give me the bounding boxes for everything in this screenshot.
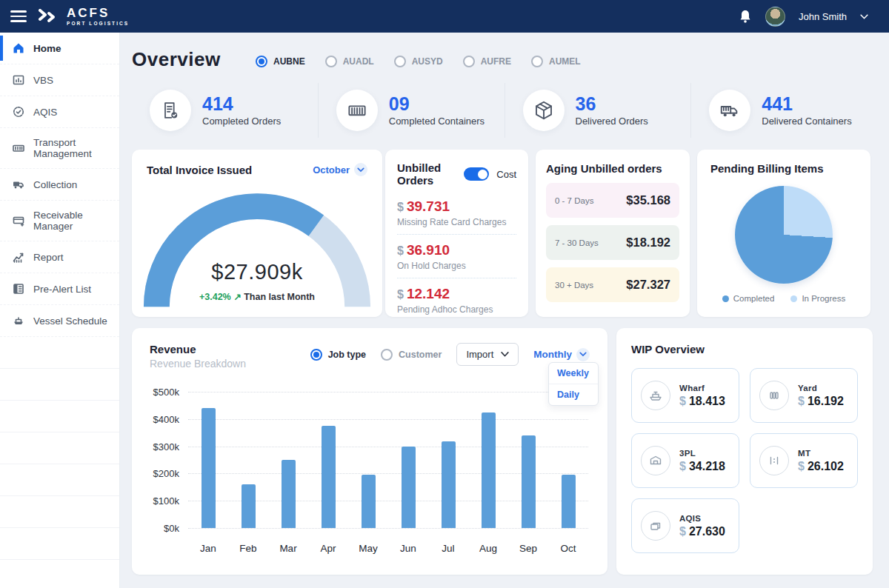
radio-label: Job type	[328, 350, 366, 360]
gridline	[188, 528, 588, 529]
radio-label: AUMEL	[549, 56, 581, 67]
radio-aufre[interactable]: AUFRE	[463, 56, 511, 67]
unbilled-item: $36.910 On Hold Charges	[397, 235, 516, 278]
unbilled-label: Pending Adhoc Charges	[397, 304, 516, 315]
aging-row-30-plus: 30 + Days $27.327	[546, 267, 679, 302]
kpi-completed-orders: 414 Completed Orders	[132, 83, 319, 138]
sidebar-item-home[interactable]: Home	[0, 33, 119, 64]
legend-dot-icon	[790, 295, 797, 302]
bar-oct	[548, 392, 588, 528]
sidebar-item-label: VBS	[33, 75, 53, 86]
sidebar-item-transport-management[interactable]: Transport Management	[0, 128, 119, 169]
aging-value: $18.192	[626, 235, 670, 250]
x-axis: JanFebMarAprMayJunJulAugSepOct	[188, 543, 588, 554]
wip-overview-card: WIP Overview Wharf $18.413 Yard $16.192	[616, 328, 873, 575]
x-tick: Jul	[428, 543, 468, 554]
currency-sign: $	[397, 288, 404, 301]
briefcase-icon	[641, 511, 670, 541]
vbs-icon	[12, 73, 25, 87]
page-title: Overview	[132, 48, 221, 71]
topbar: ACFS PORT LOGISTICS John Smith	[0, 0, 889, 33]
chevron-down-icon	[576, 348, 590, 361]
legend-completed: Completed	[722, 294, 775, 303]
sidebar-item-label: Collection	[33, 179, 77, 190]
radio-aumel[interactable]: AUMEL	[531, 56, 581, 67]
sidebar-item-receivable-manager[interactable]: Receivable Manager	[0, 201, 119, 241]
sidebar-item-collection[interactable]: Collection	[0, 169, 119, 201]
pie-legend: Completed In Progress	[710, 294, 857, 303]
wip-label: 3PL	[679, 449, 725, 458]
wip-tile-mt: MT $26.102	[750, 433, 858, 488]
user-avatar[interactable]	[765, 7, 785, 27]
bar-jul	[428, 392, 468, 528]
wip-value: 18.413	[689, 395, 725, 407]
user-menu-chevron-down-icon[interactable]	[860, 14, 868, 19]
currency-sign: $	[679, 525, 686, 538]
sidebar-item-label: Report	[33, 252, 64, 263]
revenue-bar-chart: $500k$400k$300k$200k$100k$0k	[150, 392, 588, 528]
radio-ausyd[interactable]: AUSYD	[394, 56, 443, 67]
card-title: WIP Overview	[631, 343, 705, 355]
kpi-value: 09	[389, 94, 485, 113]
sidebar-item-vbs[interactable]: VBS	[0, 64, 119, 96]
period-dropdown[interactable]: Monthly	[533, 348, 590, 361]
container-truck-icon	[709, 90, 750, 131]
toggle-label: Cost	[496, 169, 516, 180]
card-icon	[12, 214, 25, 227]
hamburger-menu-icon[interactable]	[10, 7, 27, 25]
x-tick: Aug	[468, 543, 508, 554]
bar-apr	[308, 392, 348, 528]
container-icon	[336, 90, 378, 131]
wip-label: Yard	[798, 384, 844, 392]
sidebar-item-aqis[interactable]: AQIS	[0, 96, 119, 128]
import-dropdown[interactable]: Import	[456, 343, 519, 366]
brand-name: ACFS	[67, 7, 129, 19]
notification-bell-icon[interactable]	[739, 9, 752, 24]
unbilled-value: 39.731	[407, 198, 450, 214]
package-cube-icon	[523, 90, 565, 131]
sidebar-item-pre-alert-list[interactable]: Pre-Alert List	[0, 273, 119, 305]
radio-label: AUADL	[343, 56, 374, 67]
radio-dot-icon	[394, 56, 406, 67]
invoice-change-note: Than last Month	[244, 292, 315, 302]
radio-auadl[interactable]: AUADL	[325, 56, 374, 67]
wip-tile-3pl: 3PL $34.218	[631, 433, 739, 488]
aging-value: $27.327	[626, 278, 670, 292]
radio-customer[interactable]: Customer	[381, 349, 442, 361]
period-dropdown-menu: Weekly Daily	[548, 362, 599, 406]
unbilled-item: $39.731 Missing Rate Card Charges	[397, 191, 516, 235]
pending-billing-card: Pending Billing Items Completed In Progr…	[697, 150, 870, 317]
currency-sign: $	[798, 395, 805, 407]
radio-job-type[interactable]: Job type	[310, 349, 366, 361]
x-tick: Apr	[308, 543, 348, 554]
list-icon	[12, 282, 25, 295]
yard-columns-icon	[759, 381, 789, 410]
menu-item-daily[interactable]: Daily	[549, 384, 598, 405]
currency-sign: $	[679, 460, 686, 472]
month-dropdown[interactable]: October	[313, 163, 367, 176]
radio-aubne[interactable]: AUBNE	[256, 56, 305, 67]
y-tick: $200k	[153, 468, 179, 479]
sidebar-item-report[interactable]: Report	[0, 241, 119, 273]
bar-may	[348, 392, 388, 528]
radio-label: AUFRE	[481, 56, 511, 67]
aging-label: 7 - 30 Days	[555, 238, 599, 247]
wip-label: Wharf	[679, 384, 725, 392]
sidebar-item-vessel-schedule[interactable]: Vessel Schedule	[0, 305, 119, 337]
unbilled-item: $12.142 Pending Adhoc Charges	[397, 278, 516, 321]
sidebar-item-label: AQIS	[33, 107, 57, 118]
bars	[188, 392, 588, 528]
kpi-label: Delivered Orders	[576, 116, 648, 127]
brand-logo: ACFS PORT LOGISTICS	[39, 7, 129, 27]
x-tick: Sep	[508, 543, 548, 554]
invoice-change-percent: +3.42% ↗	[199, 292, 242, 302]
brand-chevrons-icon	[39, 9, 61, 24]
wip-value: 27.630	[689, 525, 725, 538]
ship-icon	[641, 381, 670, 410]
brand-tagline: PORT LOGISTICS	[67, 21, 129, 27]
unbilled-value: 36.910	[407, 242, 450, 258]
cost-toggle[interactable]	[464, 167, 489, 181]
y-tick: $500k	[153, 387, 179, 398]
menu-item-weekly[interactable]: Weekly	[549, 363, 598, 384]
aging-unbilled-card: Aging Unbilled orders 0 - 7 Days $35.168…	[536, 150, 690, 317]
